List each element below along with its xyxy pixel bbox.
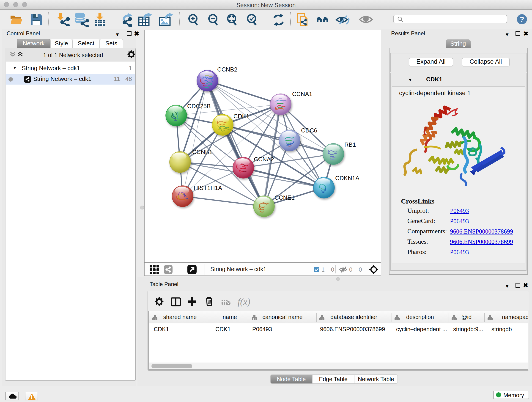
svg-text:CDK1: CDK1 (234, 113, 249, 120)
svg-text:CCNB2: CCNB2 (217, 66, 237, 73)
svg-text:CDKN1A: CDKN1A (335, 175, 360, 182)
svg-text:CCNB1: CCNB1 (192, 148, 212, 155)
svg-text:CDC25B: CDC25B (187, 103, 211, 109)
svg-text:CDC6: CDC6 (301, 127, 317, 134)
svg-text:CCNE1: CCNE1 (274, 194, 295, 201)
svg-text:CCNA1: CCNA1 (292, 90, 312, 97)
svg-text:CCNA2: CCNA2 (254, 156, 274, 163)
svg-text:RB1: RB1 (344, 141, 356, 148)
svg-text:HIST1H1A: HIST1H1A (194, 185, 222, 191)
